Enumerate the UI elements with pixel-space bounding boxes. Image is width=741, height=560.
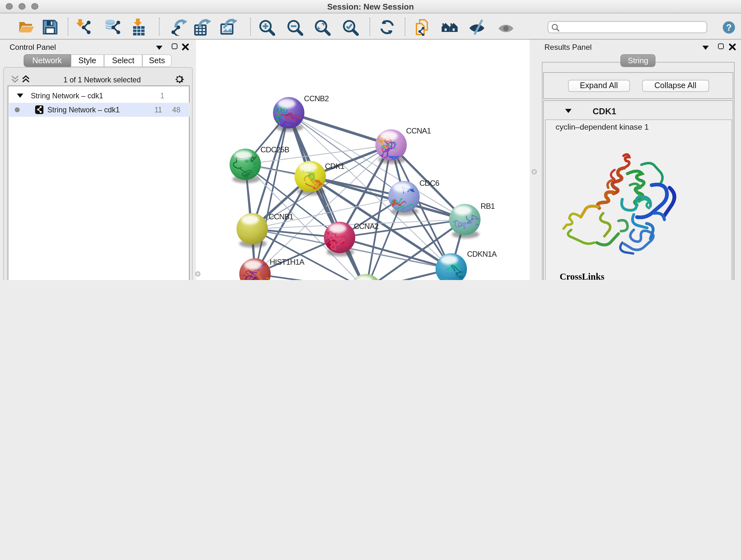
- svg-text:CCNB2: CCNB2: [304, 94, 329, 103]
- svg-text:CCNA1: CCNA1: [406, 126, 431, 135]
- svg-text:?: ?: [726, 22, 731, 32]
- svg-text:CDC6: CDC6: [419, 179, 439, 187]
- svg-text:CDKN1A: CDKN1A: [467, 250, 496, 258]
- svg-text:CDC25B: CDC25B: [260, 145, 289, 154]
- svg-text:CCNE1: CCNE1: [382, 278, 407, 280]
- svg-text:HIST1H1A: HIST1H1A: [269, 258, 304, 266]
- svg-text:RB1: RB1: [480, 202, 495, 210]
- svg-text:CCNA2: CCNA2: [354, 222, 379, 231]
- svg-text:CCNB1: CCNB1: [268, 212, 293, 221]
- svg-text:CDK1: CDK1: [325, 162, 344, 171]
